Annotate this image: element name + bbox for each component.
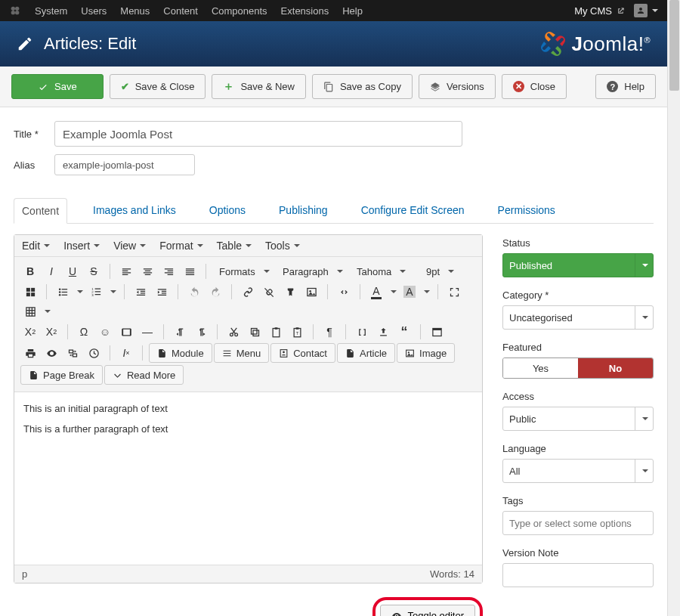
- emoji-button[interactable]: ☺: [95, 323, 115, 341]
- clear-format-button[interactable]: I×: [116, 344, 136, 362]
- paste-button[interactable]: [266, 323, 286, 341]
- admin-menu-content[interactable]: Content: [157, 2, 204, 20]
- version-note-input[interactable]: [502, 563, 654, 587]
- font-family-select[interactable]: Tahoma: [350, 262, 418, 280]
- featured-toggle[interactable]: Yes No: [502, 358, 654, 379]
- indent-button[interactable]: [152, 283, 172, 301]
- copy-button[interactable]: [245, 323, 264, 341]
- admin-menu-help[interactable]: Help: [336, 2, 369, 20]
- italic-button[interactable]: I: [42, 262, 61, 280]
- align-left-button[interactable]: [116, 262, 136, 280]
- editor-menu-table[interactable]: Table: [217, 240, 252, 252]
- hr-button[interactable]: —: [138, 323, 157, 341]
- save-new-button[interactable]: ＋ Save & New: [212, 74, 306, 99]
- user-menu[interactable]: [634, 4, 648, 17]
- cut-button[interactable]: [224, 323, 243, 341]
- media-button[interactable]: [116, 323, 136, 341]
- category-select[interactable]: Uncategorised: [502, 305, 654, 330]
- tab-images-links[interactable]: Images and Links: [85, 198, 184, 223]
- menu-insert-button[interactable]: Menu: [214, 343, 270, 363]
- bg-color-button[interactable]: A: [400, 283, 419, 301]
- undo-button[interactable]: [184, 283, 204, 301]
- styles-button[interactable]: [20, 283, 40, 301]
- readmore-button[interactable]: Read More: [104, 365, 184, 385]
- find-replace-button[interactable]: [63, 344, 82, 362]
- numbered-list-dropdown[interactable]: [107, 283, 118, 301]
- tab-publishing[interactable]: Publishing: [271, 198, 335, 223]
- tab-permissions[interactable]: Permissions: [490, 198, 563, 223]
- tab-configure-edit[interactable]: Configure Edit Screen: [354, 198, 472, 223]
- tags-input[interactable]: [502, 511, 654, 535]
- date-button[interactable]: [84, 344, 104, 362]
- article-insert-button[interactable]: Article: [337, 343, 395, 363]
- editor-menu-edit[interactable]: Edit: [22, 240, 50, 252]
- superscript-button[interactable]: X2: [42, 323, 61, 341]
- text-color-dropdown[interactable]: [388, 283, 398, 301]
- font-size-select[interactable]: 9pt: [419, 262, 465, 280]
- bullet-list-button[interactable]: [53, 283, 73, 301]
- admin-menu-components[interactable]: Components: [206, 2, 274, 20]
- bold-button[interactable]: B: [20, 262, 40, 280]
- formats-select[interactable]: Formats: [212, 262, 274, 280]
- rtl-button[interactable]: [191, 323, 211, 341]
- text-color-button[interactable]: A: [366, 283, 386, 301]
- site-link[interactable]: My CMS: [574, 5, 625, 17]
- tab-options[interactable]: Options: [202, 198, 253, 223]
- link-button[interactable]: [238, 283, 258, 301]
- vertical-scrollbar[interactable]: [667, 0, 680, 616]
- save-close-button[interactable]: ✔ Save & Close: [110, 74, 206, 99]
- bg-color-dropdown[interactable]: [421, 283, 431, 301]
- tab-content[interactable]: Content: [14, 198, 67, 224]
- preview-button[interactable]: [42, 344, 61, 362]
- align-justify-button[interactable]: [180, 262, 199, 280]
- close-button[interactable]: ✕ Close: [502, 74, 567, 99]
- align-center-button[interactable]: [138, 262, 157, 280]
- editor-menu-tools[interactable]: Tools: [265, 240, 300, 252]
- strikethrough-button[interactable]: S: [84, 262, 104, 280]
- template-button[interactable]: [427, 323, 447, 341]
- featured-yes[interactable]: Yes: [503, 358, 578, 378]
- toggle-editor-button[interactable]: Toggle editor: [380, 605, 475, 616]
- show-blocks-button[interactable]: ¶: [320, 323, 339, 341]
- align-right-button[interactable]: [159, 262, 178, 280]
- admin-menu-users[interactable]: Users: [75, 2, 113, 20]
- outdent-button[interactable]: [131, 283, 150, 301]
- alias-input[interactable]: [54, 154, 195, 175]
- paste-text-button[interactable]: T: [287, 323, 307, 341]
- unlink-button[interactable]: [259, 283, 279, 301]
- image-insert-button[interactable]: Image: [397, 343, 455, 363]
- underline-button[interactable]: U: [63, 262, 82, 280]
- save-button[interactable]: Save: [11, 74, 104, 99]
- fullscreen-button[interactable]: [444, 283, 464, 301]
- status-select[interactable]: Published: [502, 253, 654, 277]
- versions-button[interactable]: Versions: [419, 74, 496, 99]
- editor-menu-format[interactable]: Format: [159, 240, 202, 252]
- ltr-button[interactable]: [170, 323, 190, 341]
- blockquote-button[interactable]: “: [394, 323, 414, 341]
- print-button[interactable]: [20, 344, 40, 362]
- module-insert-button[interactable]: Module: [149, 343, 212, 363]
- code-button[interactable]: [334, 283, 354, 301]
- admin-menu-system[interactable]: System: [29, 2, 73, 20]
- contact-insert-button[interactable]: Contact: [270, 343, 335, 363]
- save-copy-button[interactable]: Save as Copy: [312, 74, 413, 99]
- table-dropdown[interactable]: [42, 302, 52, 320]
- redo-button[interactable]: [206, 283, 225, 301]
- language-select[interactable]: All: [502, 459, 654, 483]
- numbered-list-button[interactable]: 123: [86, 283, 106, 301]
- special-char-button[interactable]: Ω: [74, 323, 94, 341]
- table-button[interactable]: [20, 302, 40, 320]
- editor-menu-view[interactable]: View: [113, 240, 146, 252]
- editor-body[interactable]: This is an initial paragraph of text Thi…: [14, 392, 482, 565]
- paragraph-select[interactable]: Paragraph: [276, 262, 348, 280]
- admin-menu-extensions[interactable]: Extensions: [275, 2, 335, 20]
- upload-button[interactable]: [373, 323, 393, 341]
- access-select[interactable]: Public: [502, 407, 654, 431]
- help-button[interactable]: ? Help: [595, 74, 656, 99]
- subscript-button[interactable]: X2: [20, 323, 40, 341]
- anchor-button[interactable]: [280, 283, 300, 301]
- editor-menu-insert[interactable]: Insert: [63, 240, 100, 252]
- title-input[interactable]: [54, 121, 462, 147]
- nbsp-button[interactable]: [352, 323, 372, 341]
- bullet-list-dropdown[interactable]: [74, 283, 85, 301]
